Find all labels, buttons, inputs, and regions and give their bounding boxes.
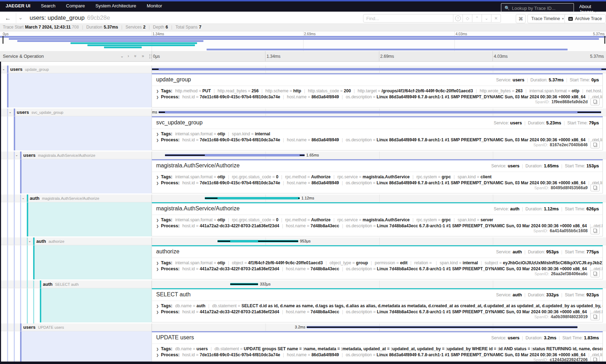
- indent-guide: [14, 280, 15, 288]
- span-name-cell[interactable]: ⌄userssvc_update_group: [0, 109, 152, 116]
- span-timeline-cell[interactable]: 3ms: [152, 109, 606, 116]
- copy-span-id-button[interactable]: [590, 270, 600, 277]
- tags-row[interactable]: ❯Tags:db.name = users|db.statement = UPD…: [152, 346, 602, 352]
- kv-separator: |: [342, 266, 343, 271]
- span-color-stripe: [40, 280, 41, 288]
- accordion-chevron-right-icon: ❯: [156, 95, 159, 99]
- copy-span-id-button[interactable]: [590, 141, 600, 148]
- meta-separator: |: [527, 78, 528, 82]
- span-timeline-cell[interactable]: 3.2ms: [152, 323, 606, 331]
- span-expand-chevron-icon[interactable]: ⌄: [22, 196, 25, 200]
- minimap-right-scrubber[interactable]: [604, 36, 605, 44]
- kv-value: http: [293, 88, 301, 93]
- span-name-cell[interactable]: authSELECT auth: [0, 280, 152, 288]
- span-id-row: SpanID:4a0b398f48023019: [534, 313, 600, 320]
- double-chevron-down-icon[interactable]: »: [133, 55, 138, 57]
- span-name-cell[interactable]: ⌄authmagistrala.AuthService/Authorize: [0, 195, 152, 202]
- copy-span-id-button[interactable]: [590, 184, 600, 191]
- depth-label: Depth: [153, 25, 164, 30]
- span-bar-row[interactable]: ⌄authmagistrala.AuthService/Authorize1.1…: [0, 195, 606, 202]
- find-input[interactable]: [363, 14, 453, 23]
- copy-span-id-button[interactable]: [590, 98, 600, 105]
- archive-trace-button[interactable]: Archive Trace: [564, 14, 606, 23]
- span-bar-row[interactable]: ⌄userssvc_update_group3ms: [0, 109, 606, 116]
- find-help-button[interactable]: ?: [453, 14, 463, 23]
- tags-row[interactable]: ❯Tags:internal.span.format = otlp|rpc.gr…: [152, 174, 602, 180]
- copy-span-id-button[interactable]: [590, 227, 600, 234]
- find-clear-button[interactable]: ✕: [491, 14, 501, 23]
- span-timeline-cell[interactable]: 1.12ms: [152, 195, 606, 202]
- span-operation-name: magistrala.AuthService/Authorize: [42, 196, 99, 200]
- span-bar-row[interactable]: usersUPDATE users3.2ms: [0, 323, 606, 331]
- span-timeline-cell[interactable]: [152, 66, 606, 73]
- meta-value: 1.83ms: [584, 335, 599, 340]
- span-detail-meta: Service: auth|Duration: 332μs|Start Time…: [496, 292, 599, 297]
- find-next-button[interactable]: ⌄: [482, 14, 491, 23]
- top-accent-line: [0, 0, 606, 1]
- span-expand-chevron-icon[interactable]: ⌄: [28, 239, 31, 243]
- keyboard-shortcuts-button[interactable]: ⌘: [516, 14, 526, 23]
- meta-value: 1.65ms: [544, 164, 559, 168]
- span-bar-row[interactable]: ⌄usersmagistrala.AuthService/Authorize1.…: [0, 152, 606, 159]
- nav-item-system-architecture[interactable]: System Architecture: [96, 3, 136, 8]
- indent-guide: [20, 202, 21, 237]
- find-prev-button[interactable]: ⌃: [472, 14, 482, 23]
- span-name-cell[interactable]: ⌄usersmagistrala.AuthService/Authorize: [0, 152, 152, 159]
- minimap-left-scrubber[interactable]: [2, 36, 4, 44]
- span-detail-row: update_groupService: users|Duration: 5.3…: [0, 73, 606, 109]
- kv-separator: |: [436, 260, 437, 265]
- span-detail-card: authorizeService: auth|Duration: 953μs|S…: [152, 245, 603, 279]
- nav-item-search[interactable]: Search: [41, 3, 55, 8]
- indent-guide: [14, 159, 15, 195]
- nav-item-compare[interactable]: Compare: [66, 3, 85, 8]
- span-timeline-cell[interactable]: 953μs: [152, 237, 606, 245]
- collapse-all-chevron-down-icon[interactable]: ⌄: [120, 54, 124, 58]
- back-button[interactable]: ←: [0, 13, 16, 23]
- span-expand-chevron-icon[interactable]: ⌄: [15, 153, 18, 157]
- copy-span-id-button[interactable]: [590, 313, 600, 320]
- kv-value: 7d48b8a43ecc: [311, 266, 339, 271]
- span-duration-bar[interactable]: [152, 68, 606, 70]
- find-match-button[interactable]: ◇: [463, 14, 472, 23]
- kv-section-label: Process:: [161, 94, 180, 99]
- span-name-cell[interactable]: ⌄authauthorize: [0, 237, 152, 245]
- trace-summary-bar: Trace Start March 7 2024, 12:43:11 .708 …: [0, 23, 606, 31]
- span-bar-row[interactable]: authSELECT auth332μs: [0, 280, 606, 288]
- tags-row[interactable]: ❯Tags:db.name = auth|db.statement = SELE…: [152, 303, 602, 309]
- span-duration-bar[interactable]: [159, 111, 601, 113]
- meta-separator: |: [561, 292, 562, 297]
- copy-span-id-button[interactable]: [590, 356, 600, 362]
- timeline-gridline: [379, 152, 380, 159]
- kv-value: grpc: [442, 174, 451, 179]
- indent-guide: [14, 331, 15, 362]
- tags-row[interactable]: ❯Tags:internal.span.format = otlp|object…: [152, 260, 602, 266]
- trace-id-search-box[interactable]: 🔍 Lookup by Trace ID...: [501, 3, 574, 13]
- nav-item-monitor[interactable]: Monitor: [147, 3, 162, 8]
- trace-view-selector[interactable]: Trace Timeline▾: [527, 14, 568, 23]
- critical-path-segment: [307, 327, 577, 328]
- kv-value: 7de11c68-69c0-415c-97b4-6f810dc3a74e: [200, 180, 280, 185]
- span-timeline-cell[interactable]: 1.65ms: [152, 152, 606, 159]
- tags-row[interactable]: ❯Tags:internal.span.format = otlp|rpc.gr…: [152, 217, 602, 223]
- tags-row[interactable]: ❯Tags:http.method = PUT|http.read_bytes …: [152, 88, 602, 94]
- trace-minimap[interactable]: 0μs1.34ms2.69ms4.03ms5.37ms: [0, 31, 606, 51]
- span-timeline-cell[interactable]: 332μs: [152, 280, 606, 288]
- collapse-trace-chevron[interactable]: ⌄: [18, 14, 23, 21]
- span-bar-row[interactable]: ⌄usersupdate_group: [0, 66, 606, 73]
- kv-separator: |: [342, 309, 343, 314]
- double-chevron-right-icon[interactable]: »: [142, 54, 144, 58]
- span-name-cell[interactable]: usersUPDATE users: [0, 323, 152, 331]
- indent-guide: [14, 237, 15, 245]
- tags-row[interactable]: ❯Tags:internal.span.format = otlp|span.k…: [152, 131, 602, 137]
- expand-level-chevron-right-icon[interactable]: ›: [128, 54, 129, 58]
- span-detail-header: magistrala.AuthService/AuthorizeService:…: [152, 160, 602, 172]
- trace-start-value: March 7 2024, 12:43:11: [25, 25, 71, 30]
- kv-value: otlp: [218, 174, 225, 179]
- span-duration-bar[interactable]: [205, 197, 300, 199]
- span-name-cell[interactable]: ⌄usersupdate_group: [0, 66, 152, 73]
- span-expand-chevron-icon[interactable]: ⌄: [9, 110, 12, 114]
- timeline-tick-label: 4.03ms: [494, 54, 508, 59]
- span-expand-chevron-icon[interactable]: ⌄: [2, 67, 5, 71]
- span-bar-row[interactable]: ⌄authauthorize953μs: [0, 237, 606, 245]
- jaeger-logo[interactable]: JAEGER UI: [6, 3, 30, 8]
